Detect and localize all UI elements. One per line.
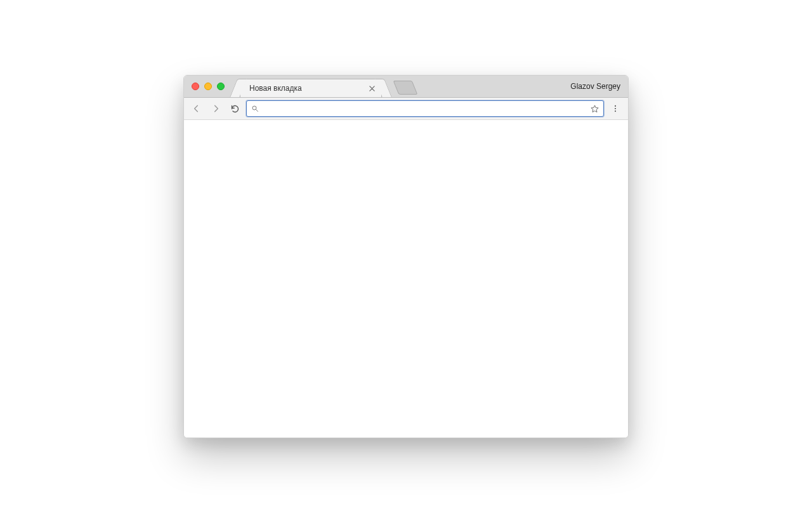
toolbar [184, 98, 628, 120]
tab-active[interactable]: Новая вкладка [240, 79, 382, 97]
svg-point-0 [252, 106, 256, 110]
address-bar[interactable] [246, 100, 604, 117]
search-icon [249, 105, 261, 112]
profile-button[interactable]: Glazov Sergey [570, 76, 620, 97]
svg-line-1 [256, 110, 258, 112]
more-vertical-icon [611, 104, 620, 113]
new-tab-button[interactable] [393, 81, 418, 95]
address-input[interactable] [261, 104, 588, 114]
reload-button[interactable] [227, 101, 242, 116]
reload-icon [230, 104, 240, 114]
page-content [184, 120, 628, 438]
window-minimize-button[interactable] [204, 83, 212, 90]
window-controls [184, 76, 231, 97]
back-button[interactable] [189, 101, 204, 116]
forward-button[interactable] [208, 101, 223, 116]
arrow-left-icon [192, 104, 202, 114]
arrow-right-icon [211, 104, 221, 114]
tab-strip: Новая вкладка Glazov Sergey [184, 76, 628, 98]
window-zoom-button[interactable] [217, 83, 225, 90]
svg-point-2 [615, 105, 616, 107]
tab-close-icon[interactable] [367, 84, 376, 93]
svg-point-3 [615, 108, 616, 109]
profile-name-label: Glazov Sergey [570, 82, 620, 91]
tab-label: Новая вкладка [249, 84, 362, 93]
window-close-button[interactable] [192, 83, 199, 90]
browser-menu-button[interactable] [608, 101, 623, 116]
browser-window: Новая вкладка Glazov Sergey [183, 75, 629, 438]
svg-point-4 [615, 110, 616, 112]
bookmark-star-icon[interactable] [588, 104, 601, 114]
